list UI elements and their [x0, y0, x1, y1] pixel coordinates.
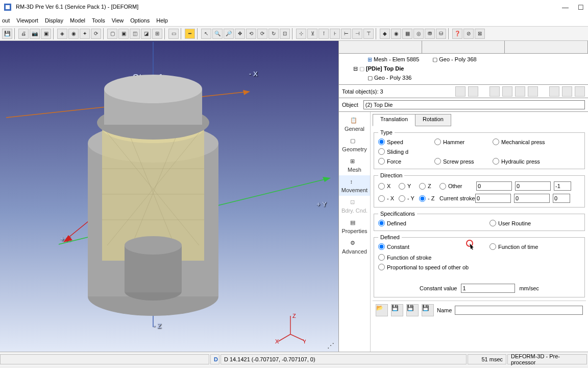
radio-user-routine[interactable] [489, 220, 496, 226]
tab-mesh[interactable]: ⊞Mesh [339, 155, 370, 175]
refresh-icon[interactable]: ⟳ [91, 29, 101, 39]
radio-x[interactable] [378, 183, 385, 190]
window-icon[interactable]: ▭ [168, 29, 179, 39]
tree-geo2[interactable]: Geo - Poly 336 [374, 75, 411, 81]
axis-icon[interactable]: ⊻ [307, 29, 317, 39]
menu-tools[interactable]: Tools [92, 17, 105, 24]
radio-ny[interactable] [399, 195, 405, 202]
tab-rotation[interactable]: Rotation [415, 114, 451, 126]
radio-screw[interactable] [434, 158, 441, 165]
cs-2[interactable] [553, 194, 570, 203]
tree-geo1[interactable]: Geo - Poly 368 [439, 56, 476, 62]
tab-advanced[interactable]: ⚙Advanced [339, 237, 370, 257]
ruler-icon[interactable]: ━ [185, 29, 195, 39]
radio-constant[interactable] [378, 243, 385, 250]
resize-handle-icon[interactable]: ⋰ [327, 341, 334, 350]
panel-tab[interactable] [505, 41, 588, 53]
radio-sliding[interactable] [378, 148, 385, 155]
camera-icon[interactable]: 📷 [30, 29, 40, 39]
axis-icon[interactable]: ⊢ [341, 29, 351, 39]
radio-prop[interactable] [378, 264, 385, 270]
tab-geometry[interactable]: ▢Geometry [339, 134, 370, 155]
panel-tab[interactable] [339, 41, 422, 53]
tab-translation[interactable]: Translation [373, 114, 415, 126]
minimize-button[interactable]: — [562, 4, 569, 11]
tree-topdie[interactable]: [PDie] Top Die [366, 65, 404, 72]
tab-movement[interactable]: ↕Movement [339, 175, 370, 196]
help-icon[interactable]: ❓ [452, 29, 462, 39]
saveas-icon[interactable]: 💾 [422, 304, 434, 316]
tree-btn[interactable] [455, 86, 465, 97]
tab-general[interactable]: 📋General [339, 114, 370, 134]
dir-v0[interactable] [476, 181, 512, 191]
tool-icon[interactable]: ◉ [68, 29, 79, 39]
tree-btn[interactable] [468, 86, 478, 97]
tree-btn[interactable] [502, 86, 512, 97]
axis-icon[interactable]: ⊺ [318, 29, 329, 39]
pointer-icon[interactable]: ↖ [201, 29, 211, 39]
object-field[interactable] [363, 100, 585, 109]
constant-value-field[interactable] [461, 284, 515, 293]
radio-hydraulic[interactable] [493, 158, 499, 165]
radio-mechanical[interactable] [493, 139, 499, 145]
menu-options[interactable]: Options [130, 17, 150, 24]
radio-fos[interactable] [378, 254, 385, 261]
menu-viewport[interactable]: Viewport [16, 17, 38, 24]
3d-viewport[interactable]: Step -1 - X + X + Y - Z [0, 41, 338, 352]
stop-icon[interactable]: ⊘ [463, 29, 474, 39]
cube-icon[interactable]: ◫ [130, 29, 140, 39]
tab-properties[interactable]: ▤Properties [339, 216, 370, 237]
tool-icon[interactable]: ✦ [80, 29, 90, 39]
menu-display[interactable]: Display [45, 17, 63, 24]
cube-icon[interactable]: ▣ [118, 29, 129, 39]
tree-btn[interactable] [515, 86, 525, 97]
cs-1[interactable] [514, 194, 550, 203]
tree-btn[interactable] [575, 86, 585, 97]
cube-icon[interactable]: ▢ [107, 29, 117, 39]
save-icon[interactable]: 💾 [2, 29, 12, 39]
radio-fot[interactable] [489, 243, 496, 250]
radio-other[interactable] [439, 183, 446, 190]
radio-nz[interactable] [419, 195, 426, 202]
dir-v1[interactable] [515, 181, 551, 191]
cube-icon[interactable]: ◪ [141, 29, 151, 39]
tool-icon[interactable]: ◉ [391, 29, 401, 39]
snapshot-icon[interactable]: ▣ [41, 29, 51, 39]
tree-btn[interactable] [562, 86, 572, 97]
radio-speed[interactable] [378, 139, 385, 145]
radio-y[interactable] [399, 183, 405, 190]
tool-icon[interactable]: ▦ [402, 29, 412, 39]
axis-icon[interactable]: ⊹ [296, 29, 306, 39]
close-icon[interactable]: ⊠ [475, 29, 485, 39]
zoom-icon[interactable]: 🔍 [212, 29, 223, 39]
maximize-button[interactable]: ☐ [578, 4, 584, 11]
save-icon[interactable]: 💾 [391, 304, 403, 316]
menu-model[interactable]: Model [70, 17, 85, 24]
radio-force[interactable] [378, 158, 385, 165]
menu-help[interactable]: Help [156, 17, 168, 24]
zoomwin-icon[interactable]: 🔎 [224, 29, 234, 39]
axis-icon[interactable]: ⊤ [363, 29, 374, 39]
object-tree[interactable]: ⊞Mesh - Elem 5885 ▢Geo - Poly 368 ⊟▢[PDi… [339, 54, 588, 84]
pan-icon[interactable]: ✥ [235, 29, 245, 39]
db-icon[interactable]: ⛃ [425, 29, 435, 39]
rotate-icon[interactable]: ⟲ [246, 29, 256, 39]
open-icon[interactable]: 📂 [376, 304, 388, 316]
cs-0[interactable] [475, 194, 511, 203]
tool-icon[interactable]: ◎ [413, 29, 424, 39]
fit-icon[interactable]: ⊡ [280, 29, 290, 39]
axis-icon[interactable]: ⊣ [352, 29, 362, 39]
dir-v2[interactable] [554, 181, 571, 191]
radio-defined[interactable] [378, 220, 385, 226]
tab-bdry[interactable]: ⊡Bdry. Cnd. [339, 196, 370, 216]
radio-hammer[interactable] [434, 139, 441, 145]
tree-btn[interactable] [489, 86, 500, 97]
radio-nx[interactable] [378, 195, 385, 202]
menu-out[interactable]: out [2, 17, 10, 24]
menu-view[interactable]: View [112, 17, 124, 24]
db-icon[interactable]: ⛁ [436, 29, 446, 39]
tool-icon[interactable]: ◆ [380, 29, 390, 39]
tree-btn[interactable] [549, 86, 559, 97]
axis-icon[interactable]: ⊦ [330, 29, 340, 39]
panel-tab[interactable] [422, 41, 505, 53]
